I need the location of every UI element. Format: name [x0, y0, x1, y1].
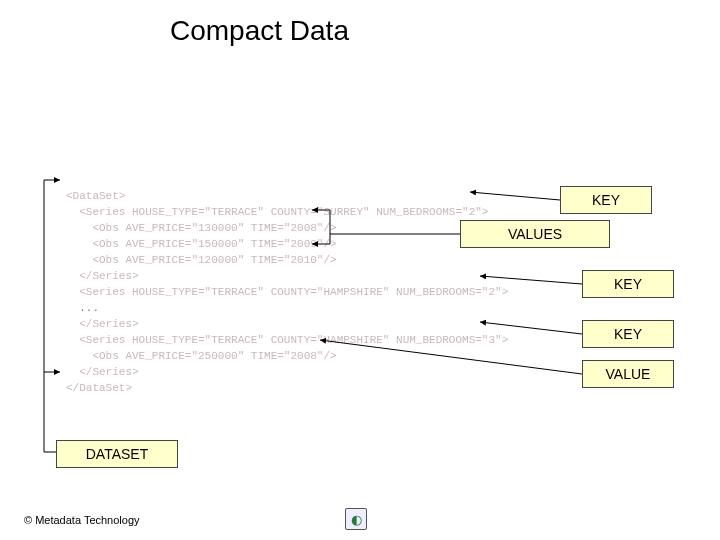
xml-line: <Series HOUSE_TYPE="TERRACE" COUNTY="HAM…	[66, 334, 508, 346]
logo-icon: ◐	[345, 508, 367, 530]
page-title: Compact Data	[170, 15, 349, 47]
values-label-box: VALUES	[460, 220, 610, 248]
xml-line: <Series HOUSE_TYPE="TERRACE" COUNTY="SUR…	[66, 206, 488, 218]
xml-line: </Series>	[66, 366, 139, 378]
xml-line: </Series>	[66, 270, 139, 282]
xml-line: ...	[66, 302, 99, 314]
xml-line: <Obs AVE_PRICE="120000" TIME="2010"/>	[66, 254, 337, 266]
key-label-box: KEY	[582, 320, 674, 348]
xml-line: <Obs AVE_PRICE="130000" TIME="2008"/>	[66, 222, 337, 234]
xml-line: <Series HOUSE_TYPE="TERRACE" COUNTY="HAM…	[66, 286, 508, 298]
xml-line: <Obs AVE_PRICE="250000" TIME="2008"/>	[66, 350, 337, 362]
xml-line: </Series>	[66, 318, 139, 330]
dataset-label-box: DATASET	[56, 440, 178, 468]
xml-block: <DataSet> <Series HOUSE_TYPE="TERRACE" C…	[66, 172, 508, 396]
footer-copyright: © Metadata Technology	[24, 514, 140, 526]
xml-line: </DataSet>	[66, 382, 132, 394]
key-label-box: KEY	[582, 270, 674, 298]
xml-line: <DataSet>	[66, 190, 125, 202]
xml-line: <Obs AVE_PRICE="150000" TIME="2009"/>	[66, 238, 337, 250]
key-label-box: KEY	[560, 186, 652, 214]
value-label-box: VALUE	[582, 360, 674, 388]
